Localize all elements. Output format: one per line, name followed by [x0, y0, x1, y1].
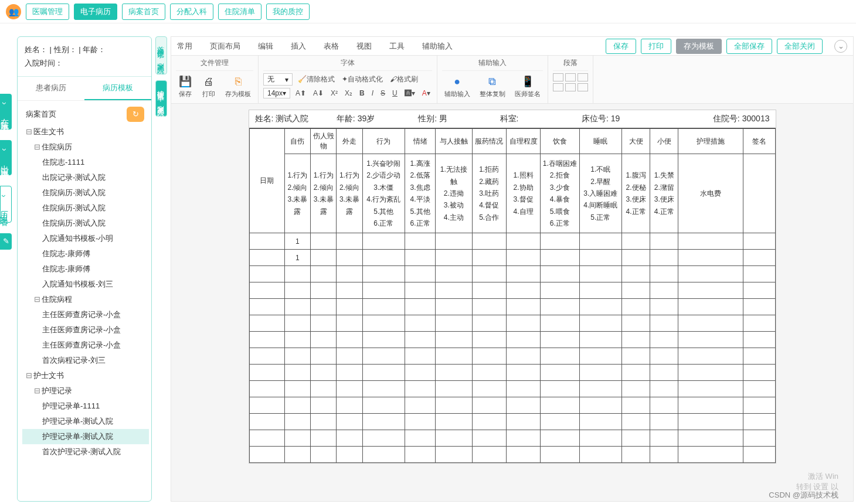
format-brush[interactable]: 🖌格式刷	[388, 74, 420, 84]
italic[interactable]: I	[370, 89, 375, 97]
bold[interactable]: B	[358, 89, 366, 97]
ribbon-font: 字体 无 ▾ 🧹清除格式 ✦自动格式化 🖌格式刷 14px ▾ A⬆ A⬇ X²…	[259, 56, 437, 103]
tree-item[interactable]: ⊟住院病程	[22, 292, 149, 307]
doc-tab-0[interactable]: 首次护理记录 - 测试入院X	[155, 36, 167, 74]
doc-tab-1[interactable]: 护理记录单 - 测试入院X	[155, 80, 167, 117]
editor-pane: 常用 页面布局 编辑 插入 表格 视图 工具 辅助输入 保存 打印 存为模板 全…	[171, 36, 854, 502]
menu-common[interactable]: 常用	[177, 41, 192, 52]
tree-item[interactable]: 护理记录单-1111	[22, 399, 149, 414]
sb-tab-templates[interactable]: 病历模板	[84, 77, 151, 100]
font-size-select[interactable]: 14px ▾	[263, 88, 290, 98]
sign-icon: 📱	[521, 74, 535, 88]
logo-icon: 👥	[6, 4, 21, 19]
menu-view[interactable]: 视图	[356, 41, 372, 52]
action-print[interactable]: 打印	[641, 39, 671, 54]
underline[interactable]: U	[390, 89, 399, 97]
align-grid[interactable]	[553, 73, 588, 91]
action-save[interactable]: 保存	[606, 39, 636, 54]
tree-item[interactable]: ⊟护士文书	[22, 368, 149, 383]
font-color[interactable]: A▾	[420, 89, 432, 97]
menu-table[interactable]: 表格	[324, 41, 339, 52]
document: 姓名:测试入院 年龄:39岁 性别:男 科室: 床位号:19 住院号:30001…	[249, 110, 776, 464]
nav-btn-2[interactable]: 病案首页	[122, 4, 165, 20]
rb-copy-all[interactable]: ⧉整体复制	[477, 73, 508, 100]
sb-tab-records[interactable]: 患者病历	[18, 77, 84, 100]
tree-item[interactable]: 住院病历-测试入院	[22, 216, 149, 231]
superscript[interactable]: X²	[329, 89, 339, 97]
copy-icon: ⧉	[485, 74, 500, 88]
close-icon[interactable]: X	[157, 107, 165, 113]
collapse-icon[interactable]: ⊟	[34, 142, 40, 151]
tree-item[interactable]: 住院志-康师傅	[22, 246, 149, 261]
collapse-icon[interactable]: ⊟	[26, 127, 32, 136]
nav-btn-0[interactable]: 医嘱管理	[26, 4, 69, 20]
credit: CSDN @源码技术栈	[769, 490, 838, 500]
menu-tools[interactable]: 工具	[389, 41, 405, 52]
nav-btn-3[interactable]: 分配入科	[170, 4, 213, 20]
tree-item[interactable]: ⊟住院病历	[22, 139, 149, 155]
tree-item[interactable]: 出院记录-测试入院	[22, 170, 149, 185]
refresh-icon[interactable]: ↻	[127, 107, 144, 122]
subscript[interactable]: X₂	[343, 89, 354, 97]
tree-item[interactable]: 主任医师查房记录-小盒	[22, 322, 149, 338]
menu-layout[interactable]: 页面布局	[210, 41, 240, 52]
chevron-down-icon[interactable]: ⌄	[834, 40, 847, 53]
menu-aux[interactable]: 辅助输入	[422, 41, 453, 52]
font-dec[interactable]: A⬇	[311, 89, 325, 97]
highlight[interactable]: 🅰▾	[403, 89, 417, 97]
tree-item[interactable]: ⊟护理记录	[22, 383, 149, 399]
tree-item[interactable]: 首次护理记录-测试入院	[22, 444, 149, 459]
nav-btn-4[interactable]: 住院清单	[218, 4, 261, 20]
tree-item[interactable]: 护理记录单-测试入院	[22, 429, 149, 444]
nav-btn-5[interactable]: 我的质控	[266, 4, 310, 20]
rb-print[interactable]: 🖨打印	[199, 73, 218, 100]
rb-aux-input[interactable]: ●辅助输入	[442, 73, 473, 100]
nursing-table[interactable]: 日期自伤伤人毁物外走行为情绪与人接触服药情况自理程度饮食睡眠大便小便护理措施签名…	[249, 128, 776, 463]
editor-menubar: 常用 页面布局 编辑 插入 表格 视图 工具 辅助输入 保存 打印 存为模板 全…	[171, 37, 853, 56]
close-icon[interactable]: X	[157, 64, 165, 70]
tree-item[interactable]: 住院病历-测试入院	[22, 200, 149, 216]
menu-insert[interactable]: 插入	[291, 41, 306, 52]
collapse-icon[interactable]: ⊟	[34, 386, 40, 395]
tree-item[interactable]: 主任医师查房记录-小盒	[22, 338, 149, 353]
strike[interactable]: S	[379, 89, 387, 97]
doc-scroll[interactable]: 姓名:测试入院 年龄:39岁 性别:男 科室: 床位号:19 住院号:30001…	[171, 104, 853, 501]
clear-format[interactable]: 🧹清除格式	[296, 74, 337, 84]
menu-edit[interactable]: 编辑	[258, 41, 273, 52]
aux-icon: ●	[450, 74, 464, 88]
nav-btn-1[interactable]: 电子病历	[74, 4, 117, 20]
rb-save[interactable]: 💾保存	[176, 73, 195, 100]
rail-discharged[interactable]: › 出院患者	[0, 140, 12, 176]
tree-item[interactable]: 入院通知书模板-小明	[22, 231, 149, 246]
ribbon-para: 段落	[548, 56, 593, 103]
rail-inpatient[interactable]: › 在院患者	[0, 94, 12, 130]
tree-item[interactable]: 病案首页↻	[22, 104, 149, 124]
rail-edit-icon[interactable]: ✎	[0, 233, 12, 250]
collapse-icon[interactable]: ⊟	[34, 295, 40, 304]
tree-item[interactable]: 住院志-康师傅	[22, 261, 149, 277]
font-inc[interactable]: A⬆	[294, 89, 308, 97]
rb-template[interactable]: ⎘存为模板	[223, 73, 253, 100]
tree-item[interactable]: 入院通知书模板-刘三	[22, 277, 149, 292]
sidebar: 姓名： | 性别： | 年龄： 入院时间： 患者病历 病历模板 病案首页↻⊟医生…	[17, 36, 152, 502]
action-close-all[interactable]: 全部关闭	[777, 39, 823, 54]
tree-item[interactable]: 首次病程记录-刘三	[22, 353, 149, 368]
tree-item[interactable]: ⊟医生文书	[22, 124, 149, 139]
collapse-icon[interactable]: ⊟	[26, 371, 32, 380]
template-icon: ⎘	[231, 74, 245, 88]
action-save-all[interactable]: 全部保存	[726, 39, 772, 54]
ribbon-file: 文件管理 💾保存 🖨打印 ⎘存为模板	[171, 56, 259, 103]
ribbon: 文件管理 💾保存 🖨打印 ⎘存为模板 字体 无 ▾ 🧹清除格式 ✦自动格式化 🖌…	[171, 56, 853, 104]
tree-item[interactable]: 住院病历-测试入院	[22, 185, 149, 200]
doc-tabs: 首次护理记录 - 测试入院X 护理记录单 - 测试入院X	[154, 35, 168, 503]
action-template[interactable]: 存为模板	[676, 39, 722, 54]
auto-format[interactable]: ✦自动格式化	[340, 74, 385, 84]
top-nav: 👥 医嘱管理 电子病历 病案首页 分配入科 住院清单 我的质控	[0, 0, 856, 23]
tree-item[interactable]: 住院志-1111	[22, 155, 149, 170]
tree-item[interactable]: 护理记录单-测试入院	[22, 414, 149, 429]
rb-sign[interactable]: 📱医师签名	[512, 73, 543, 100]
record-tree: 病案首页↻⊟医生文书⊟住院病历住院志-1111出院记录-测试入院住院病历-测试入…	[18, 101, 151, 501]
tree-item[interactable]: 主任医师查房记录-小盒	[22, 307, 149, 322]
rail-history[interactable]: › 历史患者	[0, 186, 12, 223]
font-style-select[interactable]: 无 ▾	[263, 73, 293, 86]
